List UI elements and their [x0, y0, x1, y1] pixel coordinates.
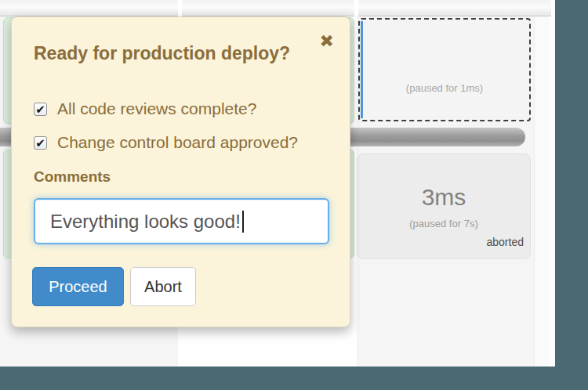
checklist-row-change-control[interactable]: ✔ Change control board approved?: [34, 134, 298, 151]
pipeline-column-header-1: [0, 0, 178, 16]
abort-button[interactable]: Abort: [130, 267, 196, 306]
pipeline-column-header-3: [358, 0, 551, 16]
deploy-prompt-dialog: ✖ Ready for production deploy? ✔ All cod…: [11, 16, 350, 327]
checkbox-label: All code reviews complete?: [57, 99, 256, 118]
comments-input[interactable]: Everything looks good!: [34, 198, 329, 244]
dialog-title: Ready for production deploy?: [34, 43, 290, 64]
checklist-row-code-reviews[interactable]: ✔ All code reviews complete?: [34, 100, 256, 117]
checkbox-code-reviews[interactable]: ✔: [34, 103, 47, 116]
aborted-step-card[interactable]: 3ms (paused for 7s) aborted: [357, 153, 531, 259]
right-panel: [555, 0, 588, 390]
aborted-step-note: (paused for 7s): [358, 218, 530, 229]
proceed-button[interactable]: Proceed: [32, 267, 124, 306]
step-status-label: aborted: [487, 236, 524, 248]
pipeline-column-header-2: [182, 0, 354, 16]
pipeline-scroll-gutter: [534, 16, 550, 367]
progress-indicator-strip: [361, 21, 363, 118]
step-duration: 3ms: [358, 184, 530, 211]
close-icon[interactable]: ✖: [320, 33, 334, 50]
comments-input-value: Everything looks good!: [50, 211, 241, 233]
text-caret: [242, 211, 244, 233]
comments-label: Comments: [34, 168, 111, 186]
app-canvas: (paused for 1ms) 3ms (paused for 7s) abo…: [0, 0, 588, 390]
checkbox-change-control[interactable]: ✔: [34, 136, 47, 150]
paused-step-note: (paused for 1ms): [360, 82, 529, 94]
paused-step-card[interactable]: (paused for 1ms): [358, 18, 531, 121]
bottom-bar: [0, 367, 588, 390]
checkbox-label: Change control board approved?: [57, 133, 298, 152]
